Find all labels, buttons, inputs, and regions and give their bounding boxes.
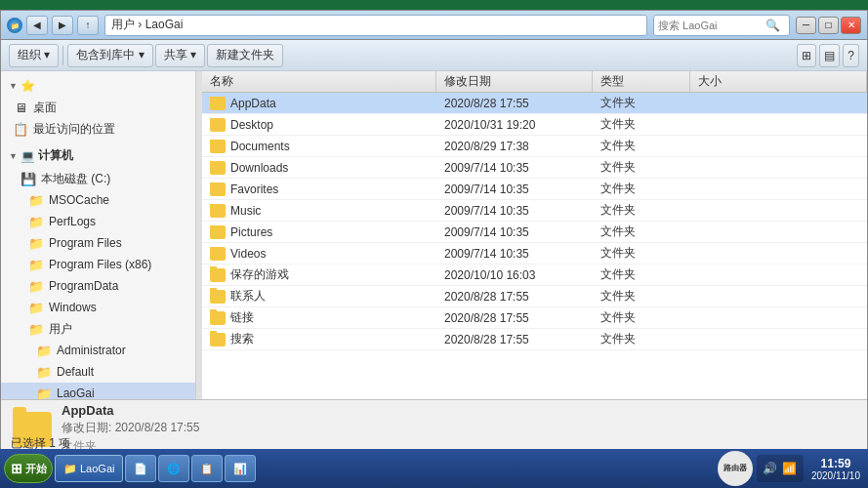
- administrator-icon: 📁: [36, 343, 52, 358]
- windows-icon: 📁: [28, 300, 44, 315]
- search-input[interactable]: [658, 20, 765, 31]
- folder-icon: [210, 333, 226, 346]
- status-info: AppData 修改日期: 2020/8/28 17:55 文件夹: [62, 403, 199, 455]
- computer-group[interactable]: ▼ 💻 计算机: [1, 143, 195, 168]
- view-tiles-button[interactable]: ▤: [819, 44, 840, 67]
- up-button[interactable]: ↑: [77, 16, 99, 35]
- program-files-icon: 📁: [28, 235, 44, 251]
- minimize-button[interactable]: ─: [796, 17, 816, 34]
- recent-icon: 📋: [13, 121, 28, 137]
- title-bar: 📁 ◀ ▶ ↑ 用户 › LaoGai 🔍 ─ □ ✕: [1, 11, 867, 40]
- taskbar-right: 路由器 🔊 📶 11:59 2020/11/10: [718, 451, 864, 486]
- file-type-cell: 文件夹: [593, 159, 690, 176]
- sidebar-item-perflogs[interactable]: 📁 PerfLogs: [1, 211, 195, 232]
- file-name-cell: AppData: [202, 97, 436, 110]
- sidebar-item-recent[interactable]: 📋 最近访问的位置: [1, 118, 195, 140]
- file-name-cell: 搜索: [202, 331, 436, 347]
- table-row[interactable]: 搜索 2020/8/28 17:55 文件夹: [202, 329, 867, 350]
- sidebar-program-files-x86-label: Program Files (x86): [49, 258, 151, 271]
- start-button[interactable]: ⊞ 开始: [4, 454, 53, 483]
- clock[interactable]: 11:59 2020/11/10: [807, 457, 864, 481]
- table-row[interactable]: 联系人 2020/8/28 17:55 文件夹: [202, 286, 867, 307]
- sidebar-item-windows[interactable]: 📁 Windows: [1, 297, 195, 318]
- task-label: LaoGai: [80, 463, 114, 474]
- sidebar-default-label: Default: [57, 365, 94, 379]
- start-label: 开始: [25, 462, 47, 476]
- table-row[interactable]: AppData 2020/8/28 17:55 文件夹: [202, 93, 867, 114]
- sidebar-item-users[interactable]: 📁 用户: [1, 318, 195, 340]
- network-tray-icon[interactable]: 📶: [782, 461, 798, 476]
- volume-icon[interactable]: 🔊: [763, 461, 778, 476]
- sidebar-program-files-label: Program Files: [49, 236, 122, 250]
- help-button[interactable]: ?: [843, 44, 859, 67]
- column-date[interactable]: 修改日期: [436, 71, 593, 92]
- folder-icon: [210, 161, 226, 175]
- path-text: 用户 › LaoGai: [111, 17, 183, 33]
- folder-icon: [210, 225, 226, 239]
- task-item-2[interactable]: 📄: [125, 455, 156, 482]
- new-folder-button[interactable]: 新建文件夹: [207, 44, 283, 67]
- file-type-cell: 文件夹: [593, 245, 690, 262]
- task-item-5[interactable]: 📊: [225, 455, 256, 482]
- sidebar-item-desktop[interactable]: 🖥 桌面: [1, 97, 195, 118]
- maximize-button[interactable]: □: [818, 17, 839, 34]
- file-type-cell: 文件夹: [593, 202, 690, 219]
- sidebar-item-local-c[interactable]: 💾 本地磁盘 (C:): [1, 168, 195, 189]
- task2-icon: 📄: [134, 463, 147, 475]
- msocache-icon: 📁: [28, 192, 44, 208]
- table-row[interactable]: Music 2009/7/14 10:35 文件夹: [202, 200, 867, 222]
- table-row[interactable]: Videos 2009/7/14 10:35 文件夹: [202, 243, 867, 264]
- explorer-task[interactable]: 📁 LaoGai: [55, 455, 123, 482]
- task-item-4[interactable]: 📋: [191, 455, 223, 482]
- search-box[interactable]: 🔍: [653, 15, 790, 36]
- address-bar[interactable]: 用户 › LaoGai: [104, 15, 647, 36]
- sidebar-item-program-files[interactable]: 📁 Program Files: [1, 232, 195, 254]
- computer-triangle: ▼: [9, 151, 18, 161]
- back-button[interactable]: ◀: [26, 16, 48, 35]
- folder-icon: [210, 183, 226, 196]
- view-details-button[interactable]: ⊞: [797, 44, 816, 67]
- taskbar: ⊞ 开始 📁 LaoGai 📄 🌐 📋 📊 路由器 🔊 📶 11:59 2020…: [0, 449, 868, 488]
- file-date-cell: 2020/8/29 17:38: [436, 140, 593, 153]
- table-row[interactable]: Desktop 2020/10/31 19:20 文件夹: [202, 114, 867, 136]
- task-item-3[interactable]: 🌐: [158, 455, 189, 482]
- sidebar-users-label: 用户: [49, 321, 72, 338]
- column-type[interactable]: 类型: [593, 71, 690, 92]
- table-row[interactable]: 保存的游戏 2020/10/10 16:03 文件夹: [202, 264, 867, 286]
- table-row[interactable]: Favorites 2009/7/14 10:35 文件夹: [202, 179, 867, 200]
- column-size[interactable]: 大小: [690, 71, 867, 92]
- organize-button[interactable]: 组织 ▾: [9, 44, 59, 67]
- folder-icon: [210, 290, 226, 304]
- sidebar-recent-label: 最近访问的位置: [33, 121, 115, 138]
- file-name-cell: Desktop: [202, 118, 436, 132]
- sidebar-item-laogai[interactable]: 📁 LaoGai: [1, 383, 195, 399]
- file-name-cell: 链接: [202, 309, 436, 326]
- table-row[interactable]: Documents 2020/8/29 17:38 文件夹: [202, 136, 867, 157]
- column-header: 名称 修改日期 类型 大小: [202, 71, 867, 93]
- table-row[interactable]: 链接 2020/8/28 17:55 文件夹: [202, 307, 867, 329]
- task5-icon: 📊: [233, 463, 247, 475]
- sidebar-item-program-files-x86[interactable]: 📁 Program Files (x86): [1, 254, 195, 275]
- file-type-cell: 文件夹: [593, 266, 690, 283]
- file-type-cell: 文件夹: [593, 181, 690, 197]
- status-modified: 修改日期: 2020/8/28 17:55: [62, 420, 199, 436]
- network-icon[interactable]: 路由器: [718, 451, 753, 486]
- file-type-cell: 文件夹: [593, 331, 690, 347]
- share-button[interactable]: 共享 ▾: [155, 44, 205, 67]
- column-name[interactable]: 名称: [202, 71, 436, 92]
- sidebar-item-default[interactable]: 📁 Default: [1, 361, 195, 383]
- sidebar-item-administrator[interactable]: 📁 Administrator: [1, 340, 195, 361]
- sidebar-item-programdata[interactable]: 📁 ProgramData: [1, 275, 195, 297]
- file-type-cell: 文件夹: [593, 138, 690, 154]
- file-name-cell: 联系人: [202, 288, 436, 305]
- favorites-group[interactable]: ▼ ⭐: [1, 75, 195, 97]
- file-list: AppData 2020/8/28 17:55 文件夹 Desktop 2020…: [202, 93, 867, 399]
- add-to-library-button[interactable]: 包含到库中 ▾: [67, 44, 152, 67]
- window-controls: ─ □ ✕: [796, 17, 861, 34]
- table-row[interactable]: Pictures 2009/7/14 10:35 文件夹: [202, 222, 867, 243]
- forward-button[interactable]: ▶: [52, 16, 73, 35]
- sidebar-item-msocache[interactable]: 📁 MSOCache: [1, 189, 195, 211]
- table-row[interactable]: Downloads 2009/7/14 10:35 文件夹: [202, 157, 867, 179]
- close-button[interactable]: ✕: [841, 17, 861, 34]
- folder-icon: [210, 118, 226, 132]
